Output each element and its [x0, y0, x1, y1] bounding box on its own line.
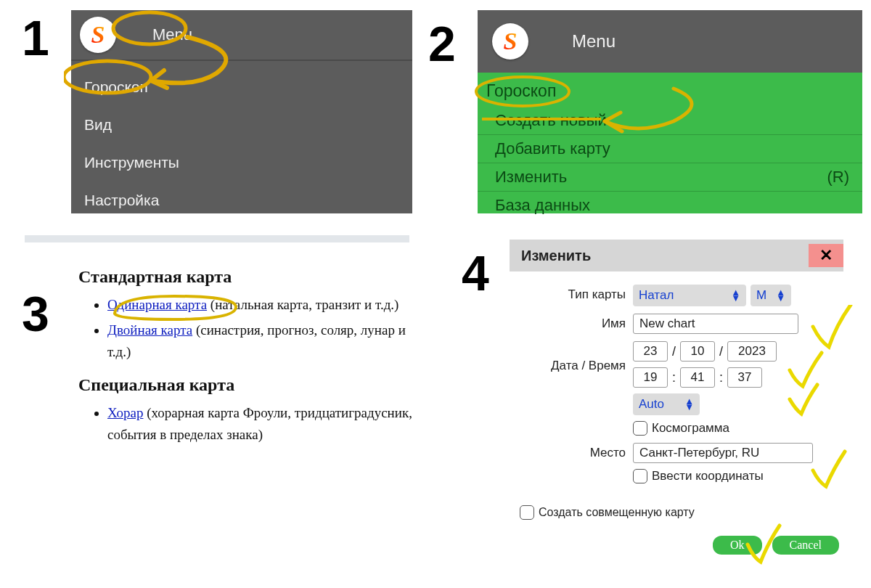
checkbox-enter-coords[interactable]: Ввести координаты	[633, 469, 764, 483]
menu-label[interactable]: Menu	[152, 25, 192, 44]
submenu-title-horoscope[interactable]: Гороскоп	[478, 73, 862, 107]
app-logo-icon: S	[80, 17, 116, 53]
step-number-3: 3	[22, 289, 49, 338]
desc-text: (натальная карта, транзит и т.д.)	[207, 297, 398, 312]
select-value: Auto	[639, 397, 664, 412]
list-item: Одинарная карта (натальная карта, транзи…	[107, 294, 412, 315]
desc-text: (хорарная карта Фроули, тридцатиградусни…	[107, 405, 412, 441]
heading-standard-chart: Стандартная карта	[78, 267, 412, 287]
select-timezone[interactable]: Auto ▲▼	[633, 393, 700, 415]
app-logo-icon: S	[492, 23, 528, 60]
label-datetime: Дата / Время	[510, 341, 633, 373]
time-sep: :	[718, 370, 724, 385]
label-chart-type: Тип карты	[510, 285, 633, 302]
submenu-shortcut: (R)	[827, 168, 849, 187]
checkbox-cosmogram[interactable]: Космограмма	[633, 421, 729, 436]
link-double-chart[interactable]: Двойная карта	[107, 322, 192, 338]
input-year[interactable]: 2023	[727, 341, 777, 362]
submenu-item-database[interactable]: База данных	[478, 192, 862, 219]
submenu-item-add-chart[interactable]: Добавить карту	[478, 135, 862, 163]
input-month[interactable]: 10	[680, 341, 715, 362]
close-button[interactable]: ✕	[809, 244, 843, 267]
input-second[interactable]: 37	[727, 367, 762, 388]
submenu-item-create-new[interactable]: Создать новый	[478, 107, 862, 135]
checkbox-icon	[633, 421, 647, 436]
heading-special-chart: Специальная карта	[78, 375, 412, 395]
date-sep: /	[718, 344, 724, 359]
link-horar[interactable]: Хорар	[107, 405, 143, 420]
checkbox-label: Создать совмещенную карту	[539, 506, 695, 519]
menu-item-horoscope[interactable]: Гороскоп	[81, 68, 412, 106]
panel-3-chart-types: Стандартная карта Одинарная карта (натал…	[78, 257, 412, 458]
checkbox-combined-chart[interactable]: Создать совмещенную карту	[520, 505, 843, 520]
checkbox-icon	[633, 469, 647, 483]
menu-item-tools[interactable]: Инструменты	[81, 144, 412, 181]
list-item: Двойная карта (синастрия, прогноз, соляр…	[107, 319, 412, 362]
select-value: Натал	[639, 288, 674, 303]
label-name: Имя	[510, 314, 633, 331]
checkbox-label: Ввести координаты	[652, 469, 764, 483]
panel-2-submenu: S Menu Гороскоп Создать новый Добавить к…	[478, 10, 862, 213]
submenu-label: Создать новый	[495, 111, 607, 130]
submenu-label: Добавить карту	[495, 139, 610, 158]
cancel-button[interactable]: Cancel	[772, 536, 839, 555]
input-minute[interactable]: 41	[680, 367, 715, 388]
divider	[25, 235, 409, 242]
input-name[interactable]: New chart	[633, 314, 798, 334]
menu-item-view[interactable]: Вид	[81, 106, 412, 144]
dialog-title: Изменить	[521, 248, 591, 264]
close-icon: ✕	[819, 246, 833, 265]
input-place[interactable]: Санкт-Петербург, RU	[633, 443, 813, 463]
checkbox-icon	[520, 505, 534, 520]
chevron-updown-icon: ▲▼	[776, 290, 785, 301]
step-number-4: 4	[462, 248, 489, 298]
link-single-chart[interactable]: Одинарная карта	[107, 297, 207, 312]
chevron-updown-icon: ▲▼	[684, 399, 694, 410]
step-number-2: 2	[428, 19, 456, 68]
select-chart-type[interactable]: Натал ▲▼	[633, 285, 746, 306]
time-sep: :	[671, 370, 677, 385]
submenu-item-edit[interactable]: Изменить (R)	[478, 163, 862, 192]
menu-label[interactable]: Menu	[572, 31, 616, 52]
dialog-header: Изменить ✕	[510, 240, 843, 271]
panel2-topbar: S Menu	[478, 10, 862, 73]
submenu-label: Изменить	[495, 168, 567, 187]
panel-1-menu: S Menu Гороскоп Вид Инструменты Настройк…	[71, 10, 412, 213]
ok-button[interactable]: Ok	[713, 536, 762, 555]
label-place: Место	[510, 443, 633, 460]
select-value: М	[756, 288, 766, 303]
date-sep: /	[671, 344, 677, 359]
panel-4-edit-dialog: Изменить ✕ Тип карты Натал ▲▼ М ▲▼ Имя N…	[510, 240, 843, 555]
submenu-label: База данных	[495, 196, 590, 215]
list-item: Хорар (хорарная карта Фроули, тридцатигр…	[107, 402, 412, 445]
checkbox-label: Космограмма	[652, 421, 729, 436]
chevron-updown-icon: ▲▼	[731, 290, 740, 301]
input-hour[interactable]: 19	[633, 367, 668, 388]
input-day[interactable]: 23	[633, 341, 668, 362]
select-gender[interactable]: М ▲▼	[751, 285, 791, 306]
panel1-topbar: S Menu	[71, 10, 412, 61]
step-number-1: 1	[22, 13, 49, 62]
menu-item-settings[interactable]: Настройка	[81, 181, 412, 219]
